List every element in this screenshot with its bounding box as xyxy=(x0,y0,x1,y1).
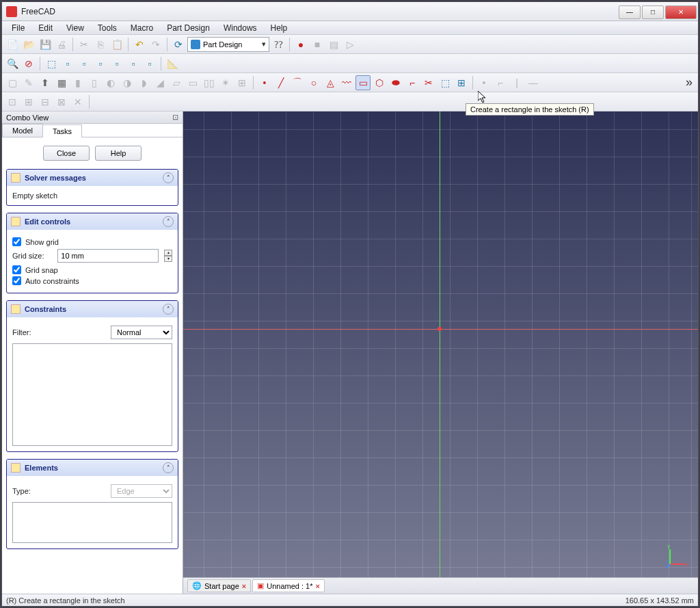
redo-icon[interactable]: ↷ xyxy=(148,37,163,52)
draft-icon[interactable]: ▱ xyxy=(169,75,184,90)
collapse-icon[interactable]: ˄ xyxy=(163,462,174,473)
auto-constraints-check[interactable]: Auto constraints xyxy=(12,276,172,285)
bottom-view-icon[interactable]: ▫ xyxy=(126,56,141,71)
3d-viewport[interactable]: x y z 🌐 Start page × ▣ Unnamed : 1* × xyxy=(183,111,698,594)
filter-select[interactable]: Normal xyxy=(111,326,172,339)
vertical-icon[interactable]: | xyxy=(509,75,524,90)
rectangle-icon[interactable]: ▭ xyxy=(355,75,371,90)
mirror-icon[interactable]: ▭ xyxy=(185,75,200,90)
print-icon[interactable]: 🖨 xyxy=(54,37,69,52)
workbench-selector[interactable]: Part Design xyxy=(187,37,269,52)
horizontal-icon[interactable]: — xyxy=(526,75,541,90)
titlebar[interactable]: FreeCAD — □ ✕ xyxy=(2,2,698,21)
c1-icon[interactable]: ⊡ xyxy=(5,94,20,109)
right-view-icon[interactable]: ▫ xyxy=(77,56,92,71)
pocket-icon[interactable]: ▯ xyxy=(87,75,102,90)
tab-tasks[interactable]: Tasks xyxy=(42,124,82,137)
map-sketch-icon[interactable]: ▦ xyxy=(54,75,69,90)
record-macro-icon[interactable]: ● xyxy=(293,37,308,52)
show-grid-input[interactable] xyxy=(12,237,21,246)
constraints-list[interactable] xyxy=(12,343,172,446)
constraints-panel-header[interactable]: Constraints ˄ xyxy=(7,301,178,317)
ext-geom-icon[interactable]: ⬚ xyxy=(438,75,453,90)
save-icon[interactable]: 💾 xyxy=(38,37,53,52)
copy-icon[interactable]: ⎘ xyxy=(93,37,108,52)
new-icon[interactable]: 📄 xyxy=(5,37,20,52)
edit-panel-header[interactable]: Edit controls ˄ xyxy=(7,213,178,230)
cut-icon[interactable]: ✂ xyxy=(77,37,92,52)
multitrans-icon[interactable]: ⊞ xyxy=(234,75,250,90)
top-view-icon[interactable]: ▫ xyxy=(93,56,108,71)
grid-size-spinner[interactable]: ▴▾ xyxy=(164,250,172,262)
c3-icon[interactable]: ⊟ xyxy=(38,94,53,109)
fillet-sk-icon[interactable]: ⌐ xyxy=(405,75,420,90)
menu-windows[interactable]: Windows xyxy=(217,21,264,34)
close-tab-icon[interactable]: × xyxy=(315,582,319,590)
menu-view[interactable]: View xyxy=(59,21,91,34)
drawstyle-icon[interactable]: ⊘ xyxy=(21,56,36,71)
coincident-icon[interactable]: • xyxy=(476,75,492,90)
menu-file[interactable]: File xyxy=(5,21,31,34)
construction-icon[interactable]: ⊞ xyxy=(454,75,469,90)
iso-view-icon[interactable]: ⬚ xyxy=(44,56,59,71)
grid-snap-check[interactable]: Grid snap xyxy=(12,265,172,274)
show-grid-check[interactable]: Show grid xyxy=(12,237,172,246)
fit-all-icon[interactable]: 🔍 xyxy=(5,56,20,71)
c4-icon[interactable]: ⊠ xyxy=(54,94,69,109)
menu-partdesign[interactable]: Part Design xyxy=(160,21,217,34)
elements-panel-header[interactable]: Elements ˄ xyxy=(7,460,178,476)
grid-snap-input[interactable] xyxy=(12,265,21,274)
polyline-icon[interactable]: 〰 xyxy=(339,75,354,90)
run-macro-icon[interactable]: ▷ xyxy=(342,37,358,52)
menu-help[interactable]: Help xyxy=(264,21,295,34)
measure-icon[interactable]: 📐 xyxy=(165,56,180,71)
edit-sketch-icon[interactable]: ✎ xyxy=(21,75,36,90)
front-view-icon[interactable]: ▫ xyxy=(60,56,75,71)
c5-icon[interactable]: ✕ xyxy=(70,94,85,109)
pointon-icon[interactable]: ⌐ xyxy=(493,75,508,90)
close-tab-icon[interactable]: × xyxy=(242,582,246,590)
elements-list[interactable] xyxy=(12,502,172,543)
menu-tools[interactable]: Tools xyxy=(91,21,124,34)
combo-view-header[interactable]: Combo View xyxy=(2,111,183,124)
solver-panel-header[interactable]: Solver messages ˄ xyxy=(7,170,178,186)
help-task-button[interactable]: Help xyxy=(95,146,142,161)
collapse-icon[interactable]: ˄ xyxy=(163,304,174,315)
paste-icon[interactable]: 📋 xyxy=(109,37,124,52)
macro-list-icon[interactable]: ▤ xyxy=(326,37,341,52)
leave-sketch-icon[interactable]: ⬆ xyxy=(38,75,53,90)
polygon-icon[interactable]: ⬡ xyxy=(372,75,387,90)
close-button[interactable]: ✕ xyxy=(665,5,697,19)
rear-view-icon[interactable]: ▫ xyxy=(109,56,124,71)
minimize-button[interactable]: — xyxy=(619,5,641,19)
pad-icon[interactable]: ▮ xyxy=(70,75,85,90)
maximize-button[interactable]: □ xyxy=(642,5,664,19)
line-icon[interactable]: ╱ xyxy=(273,75,288,90)
left-view-icon[interactable]: ▫ xyxy=(142,56,157,71)
slot-icon[interactable]: ⬬ xyxy=(388,75,403,90)
open-icon[interactable]: 📂 xyxy=(21,37,36,52)
doc-tab-unnamed[interactable]: ▣ Unnamed : 1* × xyxy=(252,579,325,592)
new-sketch-icon[interactable]: ▢ xyxy=(5,75,20,90)
collapse-icon[interactable]: ˄ xyxy=(163,216,174,227)
groove-icon[interactable]: ◑ xyxy=(120,75,135,90)
undo-icon[interactable]: ↶ xyxy=(132,37,147,52)
linpattern-icon[interactable]: ▯▯ xyxy=(202,75,217,90)
arc-icon[interactable]: ⌒ xyxy=(290,75,305,90)
menu-macro[interactable]: Macro xyxy=(124,21,160,34)
trim-icon[interactable]: ✂ xyxy=(421,75,436,90)
polarpattern-icon[interactable]: ✶ xyxy=(218,75,233,90)
menu-edit[interactable]: Edit xyxy=(31,21,59,34)
c2-icon[interactable]: ⊞ xyxy=(21,94,36,109)
doc-tab-startpage[interactable]: 🌐 Start page × xyxy=(187,579,251,592)
point-icon[interactable]: • xyxy=(257,75,272,90)
rev-icon[interactable]: ◐ xyxy=(103,75,118,90)
chamfer-icon[interactable]: ◢ xyxy=(152,75,167,90)
close-task-button[interactable]: Close xyxy=(43,146,90,161)
collapse-icon[interactable]: ˄ xyxy=(163,172,174,183)
conic-icon[interactable]: ◬ xyxy=(323,75,338,90)
refresh-icon[interactable]: ⟳ xyxy=(171,37,186,52)
toolbar-overflow-icon[interactable]: » xyxy=(683,75,695,90)
tab-model[interactable]: Model xyxy=(2,124,43,137)
whatsthis-icon[interactable]: ⁇ xyxy=(271,37,286,52)
